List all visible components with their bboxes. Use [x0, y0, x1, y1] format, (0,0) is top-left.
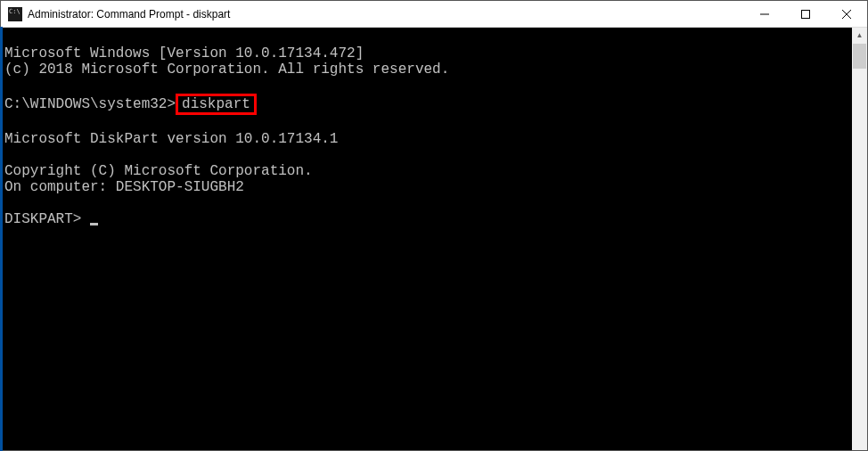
blank-line — [4, 78, 848, 94]
output-line: (c) 2018 Microsoft Corporation. All righ… — [4, 62, 848, 78]
output-line: Microsoft Windows [Version 10.0.17134.47… — [4, 45, 848, 62]
blank-line — [4, 147, 848, 163]
svg-rect-1 — [802, 10, 810, 18]
minimize-icon — [760, 10, 769, 19]
output-line: Copyright (C) Microsoft Corporation. — [4, 163, 848, 179]
scrollbar-up-arrow[interactable]: ▲ — [852, 28, 867, 43]
diskpart-prompt-line: DISKPART> — [4, 211, 848, 227]
close-button[interactable] — [826, 1, 867, 27]
left-edge — [0, 27, 3, 451]
cmd-icon — [8, 7, 22, 21]
command-line: C:\WINDOWS\system32>diskpart — [4, 94, 848, 115]
minimize-button[interactable] — [744, 1, 785, 27]
prompt-path: C:\WINDOWS\system32> — [4, 96, 176, 112]
window-controls — [744, 1, 867, 27]
maximize-icon — [801, 10, 810, 19]
scrollbar-thumb[interactable] — [853, 44, 866, 69]
blank-line — [4, 115, 848, 131]
cursor — [90, 223, 98, 226]
maximize-button[interactable] — [785, 1, 826, 27]
output-line: Microsoft DiskPart version 10.0.17134.1 — [4, 131, 848, 147]
terminal-output[interactable]: Microsoft Windows [Version 10.0.17134.47… — [1, 28, 852, 450]
highlighted-command: diskpart — [176, 94, 257, 115]
terminal-wrapper: Microsoft Windows [Version 10.0.17134.47… — [1, 28, 867, 450]
blank-line — [4, 195, 848, 211]
output-line: On computer: DESKTOP-SIUGBH2 — [4, 179, 848, 195]
diskpart-prompt: DISKPART> — [4, 211, 90, 227]
window-title: Administrator: Command Prompt - diskpart — [28, 8, 744, 20]
titlebar[interactable]: Administrator: Command Prompt - diskpart — [1, 1, 867, 28]
command-prompt-window: Administrator: Command Prompt - diskpart… — [0, 0, 868, 451]
scrollbar[interactable]: ▲ — [852, 28, 867, 450]
close-icon — [842, 10, 851, 19]
